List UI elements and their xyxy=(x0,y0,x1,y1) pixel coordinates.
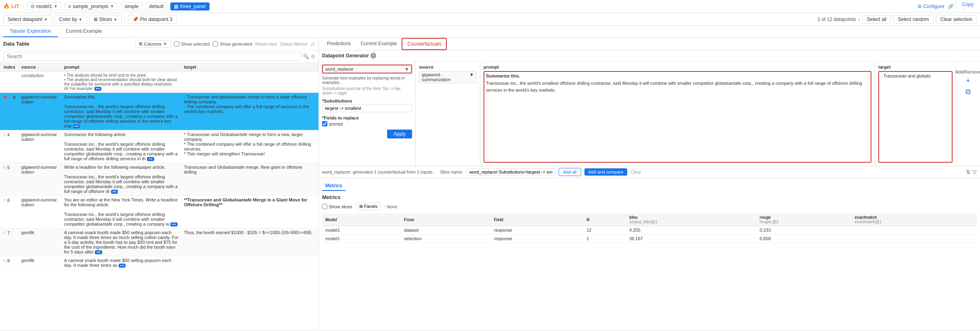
sort-icon[interactable]: ⇅ xyxy=(966,169,971,175)
apply-button[interactable]: Apply xyxy=(387,130,412,138)
facets-button[interactable]: ⊞ Facets xyxy=(356,203,381,210)
add-row-button[interactable]: + xyxy=(966,77,970,85)
clear-button[interactable]: Clear xyxy=(630,170,641,174)
add-all-button[interactable]: Add all xyxy=(559,168,581,176)
metrics-model-cell: model1 xyxy=(322,226,401,235)
tab-tabular-exploration[interactable]: Tabular Exploration xyxy=(3,26,58,37)
source-field-header: source xyxy=(419,65,477,69)
show-selected-checkbox-label[interactable]: Show selected xyxy=(174,41,210,46)
show-generated-label: Show generated xyxy=(220,42,252,46)
star-icon[interactable]: ☆ xyxy=(2,165,6,170)
facets-icon: ⊞ xyxy=(359,204,363,209)
target-header: target xyxy=(184,65,197,69)
select-all-label: Select all xyxy=(867,17,887,22)
search-settings-icon[interactable]: ⚙ xyxy=(311,54,315,59)
slices-button[interactable]: ⊞ Slices ▼ xyxy=(89,15,122,24)
columns-button[interactable]: ⊞ Columns ▼ xyxy=(135,40,171,48)
select-filtered-button[interactable]: Select filtered xyxy=(280,42,307,46)
more-indicator-6[interactable]: ••• xyxy=(170,222,177,226)
select-all-button[interactable]: Select all xyxy=(863,15,891,24)
col-header-prompt[interactable]: prompt xyxy=(62,63,182,71)
add-all-label: Add all xyxy=(563,170,577,174)
table-row[interactable]: ☆ 5 gigaword-summar ization Write a head… xyxy=(0,163,318,196)
select-dp-chevron: ▼ xyxy=(44,17,48,22)
add-compare-button[interactable]: Add and compare xyxy=(584,168,628,176)
col-header-source[interactable]: source ↕ xyxy=(19,63,62,71)
layout-default[interactable]: default xyxy=(145,2,167,10)
info-icon[interactable]: ? xyxy=(371,53,376,59)
more-indicator-3[interactable]: ••• xyxy=(73,124,80,128)
copy-row-button[interactable]: ⧉ xyxy=(965,88,971,96)
row-index-cell: ☆ 8 xyxy=(0,256,19,270)
metric-col-model: Model xyxy=(322,214,401,226)
show-selected-label: Show selected xyxy=(181,42,210,46)
filter-icon[interactable]: ▽ xyxy=(972,169,977,175)
dataset-selector[interactable]: ≡ sample_prompts ▼ xyxy=(65,2,118,10)
add-compare-label: Add and compare xyxy=(588,170,624,174)
more-indicator-8[interactable]: ••• xyxy=(119,264,126,268)
show-slices-label[interactable]: Show slices xyxy=(322,204,352,209)
row-prompt-cell: Write a headline for the following newsp… xyxy=(62,163,182,196)
tab-predictions[interactable]: Predictions xyxy=(322,38,356,50)
expand-icon[interactable]: ⤢ xyxy=(310,41,315,47)
model-selector[interactable]: ⊙ model1 ▼ xyxy=(27,2,61,10)
row-source-cell: gigaword-summar ization xyxy=(19,93,62,130)
nav-next-icon[interactable]: › xyxy=(859,17,860,22)
prompt-field-checkbox[interactable] xyxy=(322,121,327,126)
layout-three-panel[interactable]: ▦ three_panel xyxy=(170,2,209,10)
dataset-name: sample_prompts xyxy=(73,4,109,9)
table-row[interactable]: ☆ 7 gsm8k A carnival snack booth made $5… xyxy=(0,228,318,256)
word-replacer-select[interactable]: word_replacer ▼ xyxy=(323,65,411,73)
configure-button[interactable]: ⚙ Configure xyxy=(917,4,944,9)
tab-current-example[interactable]: Current Example xyxy=(356,38,402,50)
more-indicator-4[interactable]: ••• xyxy=(147,157,154,161)
search-icon[interactable]: 🔍 xyxy=(303,54,309,59)
clear-label: Clear xyxy=(630,170,641,174)
table-row-selected[interactable]: 📌 ☆ 3 gigaword-summar ization Summarize … xyxy=(0,93,318,130)
substitutions-input[interactable] xyxy=(322,104,412,112)
data-table-title: Data Table xyxy=(3,41,29,47)
select-datapoint-button[interactable]: Select datapoint ▼ xyxy=(3,15,52,24)
show-selected-checkbox[interactable] xyxy=(174,41,179,46)
tab-counterfactuals[interactable]: Counterfactuals xyxy=(402,38,447,50)
source-select[interactable]: gigaword-summarization ▼ xyxy=(419,71,477,83)
star-icon[interactable]: ☆ xyxy=(2,197,6,203)
slice-name-input[interactable] xyxy=(467,168,555,176)
search-input[interactable] xyxy=(3,52,302,61)
more-indicator-5[interactable]: ••• xyxy=(111,190,118,194)
clear-selection-button[interactable]: Clear selection xyxy=(936,15,977,24)
more-indicator[interactable]: ••• xyxy=(94,87,101,91)
color-by-button[interactable]: Color by ▼ xyxy=(54,15,87,24)
layout-simple[interactable]: simple xyxy=(121,2,142,10)
tab-current-example[interactable]: Current Example xyxy=(59,26,109,37)
row-number: 4 xyxy=(7,132,10,137)
row-prompt-cell: You are an editor at the New York Times.… xyxy=(62,196,182,228)
show-generated-checkbox-label[interactable]: Show generated xyxy=(213,41,252,46)
copy-button[interactable]: Copy xyxy=(955,0,980,9)
table-row[interactable]: ☆ 4 gigaword-summar ization Summarize th… xyxy=(0,130,318,163)
star-icon[interactable]: ☆ xyxy=(2,230,6,235)
star-icon[interactable]: ☆ xyxy=(2,132,6,137)
reset-view-button[interactable]: Reset view xyxy=(255,42,277,46)
add-remove-header: Add/Remove xyxy=(955,69,980,74)
metrics-section-title: Metrics xyxy=(322,194,977,200)
metrics-tab-label: Metrics xyxy=(325,183,342,189)
table-row[interactable]: ☆ 8 gsm8k A carnival snack booth made $5… xyxy=(0,256,318,270)
col-header-target[interactable]: target xyxy=(182,63,318,71)
layout-default-label: default xyxy=(149,4,163,9)
source-select-value: gigaword-summarization xyxy=(422,72,469,82)
show-generated-checkbox[interactable] xyxy=(213,41,218,46)
star-icon[interactable]: ☆ xyxy=(8,94,12,100)
show-slices-checkbox[interactable] xyxy=(322,204,327,209)
select-random-button[interactable]: Select random xyxy=(893,15,933,24)
more-indicator-7[interactable]: ••• xyxy=(95,250,102,254)
metrics-tab[interactable]: Metrics xyxy=(322,181,346,191)
slices-chevron: ▼ xyxy=(113,17,117,22)
row-target-cell: Transocean and Globalsantafe merge: New … xyxy=(182,163,318,196)
table-row[interactable]: ☆ 6 gigaword-summar ization You are an e… xyxy=(0,196,318,228)
pin-row-icon[interactable]: 📌 xyxy=(2,95,7,99)
target-field-header: target xyxy=(878,65,953,69)
metrics-exactmatch-cell xyxy=(852,235,977,243)
star-icon[interactable]: ☆ xyxy=(2,258,6,263)
pin-datapoint-button[interactable]: 📌 Pin datapoint 3 xyxy=(128,15,177,24)
